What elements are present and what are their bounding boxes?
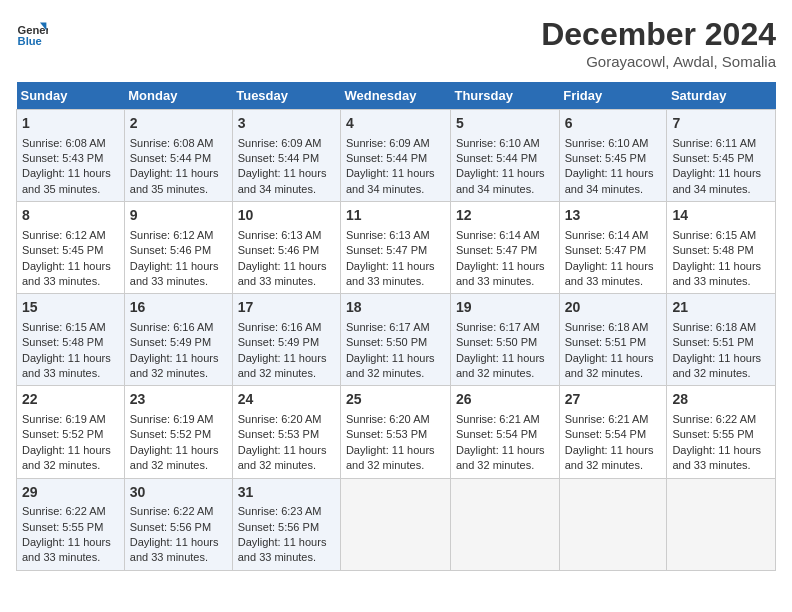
- sunrise-text: Sunrise: 6:22 AM: [130, 505, 214, 517]
- sunset-text: Sunset: 5:45 PM: [22, 244, 103, 256]
- calendar-cell: 28Sunrise: 6:22 AMSunset: 5:55 PMDayligh…: [667, 386, 776, 478]
- daylight-text: Daylight: 11 hours and 33 minutes.: [346, 260, 435, 287]
- day-header-wednesday: Wednesday: [340, 82, 450, 110]
- calendar-cell: 3Sunrise: 6:09 AMSunset: 5:44 PMDaylight…: [232, 110, 340, 202]
- daylight-text: Daylight: 11 hours and 32 minutes.: [130, 352, 219, 379]
- day-number: 31: [238, 483, 335, 503]
- calendar-cell: 1Sunrise: 6:08 AMSunset: 5:43 PMDaylight…: [17, 110, 125, 202]
- sunrise-text: Sunrise: 6:14 AM: [565, 229, 649, 241]
- day-number: 3: [238, 114, 335, 134]
- day-header-monday: Monday: [124, 82, 232, 110]
- svg-text:Blue: Blue: [18, 35, 42, 47]
- sunrise-text: Sunrise: 6:09 AM: [346, 137, 430, 149]
- day-number: 13: [565, 206, 662, 226]
- calendar-body: 1Sunrise: 6:08 AMSunset: 5:43 PMDaylight…: [17, 110, 776, 571]
- daylight-text: Daylight: 11 hours and 32 minutes.: [130, 444, 219, 471]
- day-number: 17: [238, 298, 335, 318]
- day-number: 18: [346, 298, 445, 318]
- header: General Blue December 2024 Gorayacowl, A…: [16, 16, 776, 70]
- sunset-text: Sunset: 5:46 PM: [130, 244, 211, 256]
- sunset-text: Sunset: 5:51 PM: [565, 336, 646, 348]
- calendar-week-row: 15Sunrise: 6:15 AMSunset: 5:48 PMDayligh…: [17, 294, 776, 386]
- calendar-cell: 20Sunrise: 6:18 AMSunset: 5:51 PMDayligh…: [559, 294, 667, 386]
- sunrise-text: Sunrise: 6:23 AM: [238, 505, 322, 517]
- day-number: 20: [565, 298, 662, 318]
- sunrise-text: Sunrise: 6:21 AM: [456, 413, 540, 425]
- calendar-cell: 22Sunrise: 6:19 AMSunset: 5:52 PMDayligh…: [17, 386, 125, 478]
- day-number: 10: [238, 206, 335, 226]
- sunrise-text: Sunrise: 6:11 AM: [672, 137, 756, 149]
- daylight-text: Daylight: 11 hours and 32 minutes.: [346, 444, 435, 471]
- sunrise-text: Sunrise: 6:08 AM: [130, 137, 214, 149]
- daylight-text: Daylight: 11 hours and 33 minutes.: [238, 536, 327, 563]
- sunrise-text: Sunrise: 6:17 AM: [346, 321, 430, 333]
- daylight-text: Daylight: 11 hours and 34 minutes.: [346, 167, 435, 194]
- day-number: 11: [346, 206, 445, 226]
- day-number: 29: [22, 483, 119, 503]
- calendar-cell: 29Sunrise: 6:22 AMSunset: 5:55 PMDayligh…: [17, 478, 125, 570]
- day-number: 22: [22, 390, 119, 410]
- sunset-text: Sunset: 5:50 PM: [346, 336, 427, 348]
- sunrise-text: Sunrise: 6:09 AM: [238, 137, 322, 149]
- daylight-text: Daylight: 11 hours and 33 minutes.: [22, 260, 111, 287]
- sunrise-text: Sunrise: 6:20 AM: [346, 413, 430, 425]
- calendar-title: December 2024: [541, 16, 776, 53]
- sunset-text: Sunset: 5:52 PM: [130, 428, 211, 440]
- sunrise-text: Sunrise: 6:20 AM: [238, 413, 322, 425]
- sunset-text: Sunset: 5:49 PM: [130, 336, 211, 348]
- sunset-text: Sunset: 5:45 PM: [672, 152, 753, 164]
- sunset-text: Sunset: 5:50 PM: [456, 336, 537, 348]
- daylight-text: Daylight: 11 hours and 32 minutes.: [22, 444, 111, 471]
- day-number: 1: [22, 114, 119, 134]
- calendar-cell: 15Sunrise: 6:15 AMSunset: 5:48 PMDayligh…: [17, 294, 125, 386]
- calendar-cell: 25Sunrise: 6:20 AMSunset: 5:53 PMDayligh…: [340, 386, 450, 478]
- calendar-cell: 19Sunrise: 6:17 AMSunset: 5:50 PMDayligh…: [450, 294, 559, 386]
- daylight-text: Daylight: 11 hours and 33 minutes.: [456, 260, 545, 287]
- sunrise-text: Sunrise: 6:19 AM: [130, 413, 214, 425]
- calendar-cell: 16Sunrise: 6:16 AMSunset: 5:49 PMDayligh…: [124, 294, 232, 386]
- day-header-friday: Friday: [559, 82, 667, 110]
- sunrise-text: Sunrise: 6:16 AM: [238, 321, 322, 333]
- sunset-text: Sunset: 5:54 PM: [456, 428, 537, 440]
- sunrise-text: Sunrise: 6:17 AM: [456, 321, 540, 333]
- calendar-cell: 27Sunrise: 6:21 AMSunset: 5:54 PMDayligh…: [559, 386, 667, 478]
- daylight-text: Daylight: 11 hours and 32 minutes.: [565, 444, 654, 471]
- day-number: 23: [130, 390, 227, 410]
- sunset-text: Sunset: 5:56 PM: [238, 521, 319, 533]
- day-number: 24: [238, 390, 335, 410]
- sunset-text: Sunset: 5:56 PM: [130, 521, 211, 533]
- calendar-week-row: 8Sunrise: 6:12 AMSunset: 5:45 PMDaylight…: [17, 202, 776, 294]
- calendar-cell: 2Sunrise: 6:08 AMSunset: 5:44 PMDaylight…: [124, 110, 232, 202]
- sunrise-text: Sunrise: 6:08 AM: [22, 137, 106, 149]
- sunrise-text: Sunrise: 6:12 AM: [130, 229, 214, 241]
- calendar-week-row: 1Sunrise: 6:08 AMSunset: 5:43 PMDaylight…: [17, 110, 776, 202]
- calendar-header-row: SundayMondayTuesdayWednesdayThursdayFrid…: [17, 82, 776, 110]
- day-number: 27: [565, 390, 662, 410]
- daylight-text: Daylight: 11 hours and 34 minutes.: [672, 167, 761, 194]
- calendar-cell: 14Sunrise: 6:15 AMSunset: 5:48 PMDayligh…: [667, 202, 776, 294]
- daylight-text: Daylight: 11 hours and 32 minutes.: [672, 352, 761, 379]
- daylight-text: Daylight: 11 hours and 35 minutes.: [22, 167, 111, 194]
- day-header-saturday: Saturday: [667, 82, 776, 110]
- day-header-thursday: Thursday: [450, 82, 559, 110]
- calendar-cell: 5Sunrise: 6:10 AMSunset: 5:44 PMDaylight…: [450, 110, 559, 202]
- day-number: 6: [565, 114, 662, 134]
- calendar-table: SundayMondayTuesdayWednesdayThursdayFrid…: [16, 82, 776, 571]
- calendar-cell: 4Sunrise: 6:09 AMSunset: 5:44 PMDaylight…: [340, 110, 450, 202]
- sunset-text: Sunset: 5:52 PM: [22, 428, 103, 440]
- sunset-text: Sunset: 5:53 PM: [346, 428, 427, 440]
- sunset-text: Sunset: 5:44 PM: [346, 152, 427, 164]
- sunrise-text: Sunrise: 6:22 AM: [22, 505, 106, 517]
- logo: General Blue: [16, 16, 48, 48]
- daylight-text: Daylight: 11 hours and 33 minutes.: [238, 260, 327, 287]
- day-number: 30: [130, 483, 227, 503]
- daylight-text: Daylight: 11 hours and 33 minutes.: [22, 352, 111, 379]
- calendar-cell: 13Sunrise: 6:14 AMSunset: 5:47 PMDayligh…: [559, 202, 667, 294]
- sunrise-text: Sunrise: 6:10 AM: [456, 137, 540, 149]
- sunset-text: Sunset: 5:47 PM: [456, 244, 537, 256]
- sunset-text: Sunset: 5:48 PM: [672, 244, 753, 256]
- sunset-text: Sunset: 5:43 PM: [22, 152, 103, 164]
- calendar-subtitle: Gorayacowl, Awdal, Somalia: [541, 53, 776, 70]
- calendar-cell: 9Sunrise: 6:12 AMSunset: 5:46 PMDaylight…: [124, 202, 232, 294]
- sunset-text: Sunset: 5:44 PM: [130, 152, 211, 164]
